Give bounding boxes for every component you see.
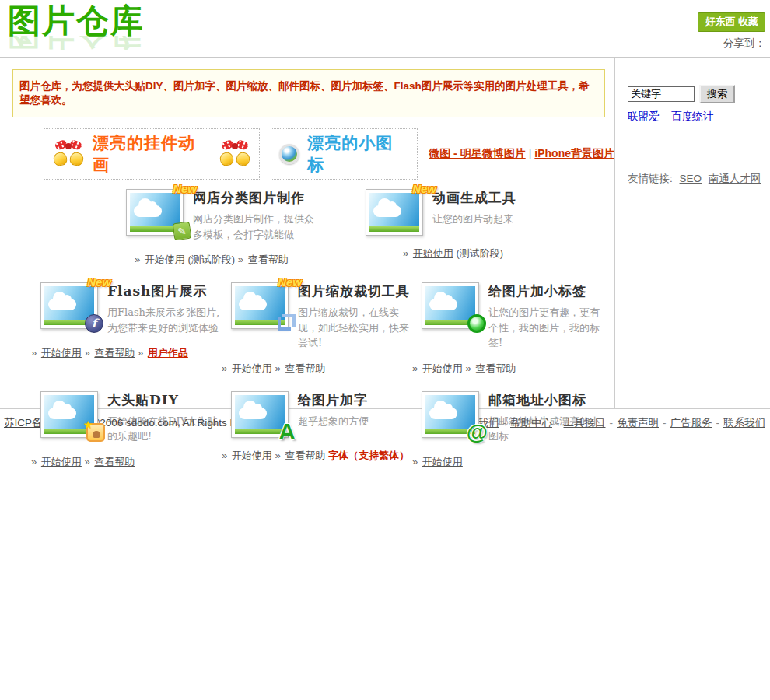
help-link[interactable]: 查看帮助 <box>475 362 516 374</box>
banner-pendant-label: 漂亮的挂件动画 <box>93 132 211 176</box>
dash-separator: - <box>663 417 667 429</box>
start-link[interactable]: 开始使用 <box>413 247 453 259</box>
start-link[interactable]: 开始使用 <box>422 362 463 374</box>
baidu-stats-link[interactable]: 百度统计 <box>671 110 713 122</box>
sidebar: 搜索 联盟爱 百度统计 友情链接: SEO 南通人才网 <box>614 58 770 408</box>
tool-title: 给图片加小标签 <box>488 282 603 300</box>
beta-note: (测试阶段) <box>456 247 503 259</box>
tool-desc: 让您的图片更有趣，更有个性，我的图片，我的标签! <box>488 305 603 351</box>
cloud-icon <box>48 408 76 419</box>
main-column: 图片仓库，为您提供大头贴DIY、图片加字、图片缩放、邮件图标、图片加标签、Fla… <box>0 58 614 408</box>
tool-thumbnail[interactable]: New <box>366 189 423 236</box>
user-works-link[interactable]: 用户作品 <box>148 347 188 359</box>
tool-title: 动画生成工具 <box>432 189 555 207</box>
face-icon <box>93 431 100 438</box>
start-link[interactable]: 开始使用 <box>145 254 185 265</box>
tool-desc: 让您的图片动起来 <box>432 212 555 227</box>
tool-title: 网店分类图片制作 <box>193 189 316 207</box>
at-sign-icon: @ <box>467 422 488 443</box>
search-button[interactable]: 搜索 <box>699 85 735 103</box>
start-link[interactable]: 开始使用 <box>41 456 82 467</box>
arrow-icon: » <box>275 450 280 461</box>
arrow-icon: » <box>138 347 143 359</box>
pencil-note-icon: ✎ <box>173 222 192 241</box>
tool-banner-flash-show[interactable]: New f Flash图片展示 用Flash来展示多张图片,为您带来更好的浏览体… <box>40 282 222 335</box>
search-input[interactable] <box>628 86 695 102</box>
crop-icon <box>277 314 294 331</box>
sky-thumbnail <box>235 395 285 434</box>
new-badge: New <box>412 182 436 195</box>
collect-button[interactable]: 好东西 收藏 <box>698 12 765 32</box>
tool-title: 大头贴DIY <box>107 391 222 409</box>
tool-thumbnail[interactable]: New f <box>40 282 98 329</box>
tool-desc: 图片缩放裁切，在线实现，如此轻松实用，快来尝试! <box>298 305 412 351</box>
start-link[interactable]: 开始使用 <box>232 362 272 374</box>
tool-thumbnail[interactable] <box>422 282 479 329</box>
photo-sticker-icon: ★ <box>86 423 105 442</box>
tool-thumbnail[interactable]: ★ <box>40 391 98 438</box>
disclaimer-link[interactable]: 免责声明 <box>617 417 659 429</box>
sky-thumbnail <box>369 193 419 232</box>
help-link[interactable]: 查看帮助 <box>285 362 325 374</box>
tool-banner-crop-resize[interactable]: New 图片缩放裁切工具 图片缩放裁切，在线实现，如此轻松实用，快来尝试! <box>231 282 412 351</box>
arrow-icon: » <box>222 450 227 461</box>
tool-title: 邮箱地址小图标 <box>488 391 603 409</box>
help-link[interactable]: 查看帮助 <box>248 254 289 265</box>
contact-us-link[interactable]: 联系我们 <box>723 417 765 429</box>
start-link[interactable]: 开始使用 <box>232 450 272 461</box>
arrow-icon: » <box>403 247 408 259</box>
arrow-icon: » <box>275 362 280 374</box>
tool-desc: 用Flash来展示多张图片,为您带来更好的浏览体验 <box>107 305 222 335</box>
tool-thumbnail[interactable]: New ✎ <box>126 189 184 236</box>
tool-desc: 超乎想象的方便 <box>298 414 412 429</box>
arrow-icon: » <box>412 456 418 467</box>
arrow-icon: » <box>31 347 37 359</box>
cloud-icon <box>134 205 162 217</box>
banner-pendant-animation[interactable]: 漂亮的挂件动画 <box>44 128 260 180</box>
arrow-icon: » <box>135 254 140 265</box>
help-center-link[interactable]: 帮助中心 <box>510 417 552 429</box>
tool-thumbnail[interactable]: A <box>231 391 289 438</box>
separator: | <box>529 147 532 159</box>
help-link[interactable]: 查看帮助 <box>285 450 325 461</box>
new-badge: New <box>278 275 302 289</box>
tool-title: Flash图片展示 <box>107 282 222 300</box>
nantong-jobs-link[interactable]: 南通人才网 <box>709 173 761 184</box>
site-logo[interactable]: 图片仓库 图片仓库 <box>8 5 145 50</box>
cloud-icon <box>429 299 457 310</box>
tool-api-link[interactable]: 工具接口 <box>564 417 606 429</box>
ad-service-link[interactable]: 广告服务 <box>670 417 712 429</box>
logo-text: 图片仓库 <box>8 5 145 37</box>
start-link[interactable]: 开始使用 <box>422 456 463 467</box>
banner-small-icons[interactable]: 漂亮的小图标 <box>271 128 418 180</box>
tool-banner-add-text[interactable]: A 给图片加字 超乎想象的方便 <box>231 391 412 438</box>
friend-links-label: 友情链接: <box>628 173 673 184</box>
dash-separator: - <box>610 417 614 429</box>
star-icon: ★ <box>83 418 93 431</box>
seo-link[interactable]: SEO <box>680 173 702 184</box>
globe-sphere-icon <box>279 144 299 164</box>
start-link[interactable]: 开始使用 <box>41 347 82 359</box>
iphone-wallpaper-link[interactable]: iPhone背景图片 <box>534 147 614 159</box>
tool-banner-shop-category[interactable]: New ✎ 网店分类图片制作 网店分类图片制作，提供众多模板，会打字就能做 <box>126 189 354 242</box>
arrow-icon: » <box>238 254 243 265</box>
tool-thumbnail[interactable]: @ <box>422 391 479 438</box>
help-link[interactable]: 查看帮助 <box>94 347 135 359</box>
tool-thumbnail[interactable]: New <box>231 282 289 329</box>
union-love-link[interactable]: 联盟爱 <box>628 110 660 122</box>
share-label: 分享到： <box>698 37 765 51</box>
cloud-icon <box>239 408 267 419</box>
green-tag-button-icon <box>467 314 486 333</box>
tool-banner-add-tag[interactable]: 给图片加小标签 让您的图片更有趣，更有个性，我的图片，我的标签! <box>422 282 603 351</box>
help-link[interactable]: 查看帮助 <box>94 456 135 467</box>
font-traditional-link[interactable]: 字体（支持繁体） <box>328 450 409 461</box>
weitu-link[interactable]: 微图 - 明星微博图片 <box>429 147 525 159</box>
tool-desc: 网店分类图片制作，提供众多模板，会打字就能做 <box>193 212 316 242</box>
arrow-icon: » <box>465 362 471 374</box>
tool-banner-animation[interactable]: New 动画生成工具 让您的图片动起来 <box>366 189 614 236</box>
new-badge: New <box>173 182 197 195</box>
logo-reflection: 图片仓库 <box>8 36 145 50</box>
flash-icon: f <box>85 314 103 333</box>
cloud-icon <box>429 408 457 419</box>
arrow-icon: » <box>222 362 227 374</box>
